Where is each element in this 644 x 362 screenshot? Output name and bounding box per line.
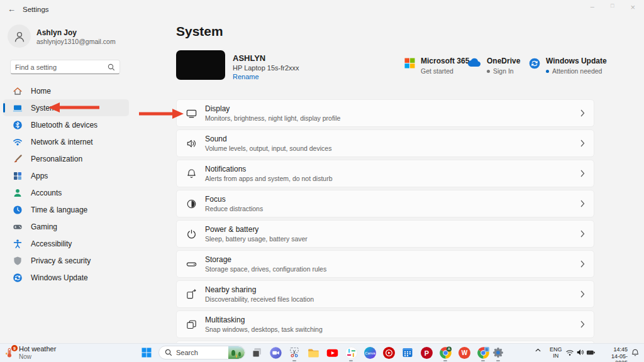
window-controls: – □ × bbox=[591, 3, 635, 12]
setting-row-subtitle: Storage space, drives, configuration rul… bbox=[205, 265, 326, 273]
taskbar-app-wps-office[interactable]: W bbox=[457, 346, 471, 359]
microsoft-365-icon bbox=[404, 58, 415, 75]
calendar bbox=[401, 346, 414, 359]
tray-date: 14-05-2025 bbox=[599, 353, 628, 362]
taskbar-app-slack[interactable] bbox=[344, 346, 358, 359]
taskbar-app-calendar[interactable] bbox=[401, 346, 414, 359]
sidebar-item-windows-update[interactable]: Windows Update bbox=[3, 269, 129, 286]
svg-text:A: A bbox=[448, 347, 450, 351]
chevron-right-icon bbox=[580, 140, 585, 147]
setting-row-storage[interactable]: StorageStorage space, drives, configurat… bbox=[176, 250, 594, 278]
maximize-button[interactable]: □ bbox=[611, 3, 614, 12]
slack bbox=[345, 346, 358, 359]
status-card-title: Windows Update bbox=[546, 57, 607, 65]
setting-row-display[interactable]: DisplayMonitors, brightness, night light… bbox=[176, 99, 594, 127]
status-card-microsoft-365[interactable]: Microsoft 365Get started bbox=[404, 57, 469, 75]
chevron-right-icon bbox=[580, 260, 585, 268]
tray-region: IN bbox=[550, 353, 562, 359]
status-card-subtitle: Attention needed bbox=[552, 67, 602, 75]
chrome-profile-a: A bbox=[439, 346, 452, 359]
titlebar: ← Settings – □ × bbox=[0, 0, 644, 19]
sidebar-item-time-language[interactable]: Time & language bbox=[3, 201, 129, 218]
tray-notifications[interactable] bbox=[631, 348, 640, 357]
tray-volume[interactable] bbox=[576, 348, 585, 356]
taskbar-app-canva[interactable]: Canva bbox=[363, 346, 377, 359]
setting-row-power-battery[interactable]: Power & batterySleep, battery usage, bat… bbox=[176, 220, 594, 248]
find-a-setting-search[interactable] bbox=[10, 60, 120, 74]
wifi-icon bbox=[565, 349, 574, 356]
profile-area[interactable] bbox=[8, 25, 31, 48]
sidebar-item-personalization[interactable]: Personalization bbox=[3, 150, 129, 167]
taskbar-app-youtube-music[interactable] bbox=[382, 346, 396, 359]
setting-row-notifications[interactable]: NotificationsAlerts from apps and system… bbox=[176, 160, 594, 187]
system-icon bbox=[13, 103, 23, 113]
status-card-subtitle: Sign In bbox=[493, 67, 514, 75]
status-dot bbox=[546, 70, 549, 73]
sidebar-item-label: Windows Update bbox=[31, 273, 88, 282]
rename-link[interactable]: Rename bbox=[233, 73, 259, 80]
sidebar-item-privacy-security[interactable]: Privacy & security bbox=[3, 252, 129, 269]
sidebar-item-label: Apps bbox=[31, 172, 48, 180]
sidebar-item-network-internet[interactable]: Network & internet bbox=[3, 133, 129, 150]
sidebar-item-gaming[interactable]: Gaming bbox=[3, 218, 129, 235]
setting-row-subtitle: Alerts from apps and system, do not dist… bbox=[205, 175, 333, 182]
tray-show-hidden-icons[interactable] bbox=[535, 348, 541, 353]
tray-clock[interactable]: 14:45 14-05-2025 bbox=[599, 346, 628, 362]
setting-row-subtitle: Sleep, battery usage, battery saver bbox=[205, 235, 308, 243]
minimize-button[interactable]: – bbox=[591, 3, 594, 12]
taskbar-app-task-view[interactable] bbox=[250, 346, 264, 359]
sidebar-item-home[interactable]: Home bbox=[3, 82, 129, 99]
profile-name: Ashlyn Joy bbox=[36, 28, 77, 37]
taskbar-search[interactable]: Search bbox=[158, 346, 245, 359]
taskbar-app-file-explorer[interactable] bbox=[306, 346, 320, 359]
nearby-sharing-icon bbox=[186, 288, 197, 300]
privacy-icon bbox=[13, 256, 23, 266]
desktop: { "titlebar": { "title": "Settings", "ba… bbox=[0, 0, 644, 362]
apps-icon bbox=[13, 171, 23, 181]
weather-badge: 9 bbox=[11, 345, 18, 351]
settings-gear bbox=[492, 346, 504, 359]
weather-widget[interactable]: 9 Hot weather Now bbox=[4, 345, 56, 360]
tray-network[interactable] bbox=[565, 349, 574, 356]
tray-battery[interactable] bbox=[586, 349, 596, 356]
running-indicator bbox=[349, 360, 353, 362]
setting-row-focus[interactable]: FocusReduce distractions bbox=[176, 190, 594, 217]
setting-row-title: Display bbox=[205, 104, 340, 113]
setting-row-title: Focus bbox=[205, 195, 263, 204]
sidebar-item-accessibility[interactable]: Accessibility bbox=[3, 235, 129, 252]
sidebar-item-apps[interactable]: Apps bbox=[3, 167, 129, 184]
sidebar-item-accounts[interactable]: Accounts bbox=[3, 184, 129, 201]
gaming-icon bbox=[13, 222, 23, 232]
taskbar bbox=[0, 343, 644, 362]
start-button[interactable] bbox=[140, 346, 153, 359]
taskbar-app-chat[interactable] bbox=[269, 346, 282, 359]
taskbar-app-chrome-profile-a[interactable]: A bbox=[438, 346, 452, 359]
search-input[interactable] bbox=[15, 63, 108, 71]
sidebar-item-bluetooth-devices[interactable]: Bluetooth & devices bbox=[3, 116, 129, 133]
setting-row-sound[interactable]: SoundVolume levels, output, input, sound… bbox=[176, 129, 594, 157]
sidebar-item-label: Gaming bbox=[31, 222, 57, 231]
taskbar-app-youtube[interactable] bbox=[325, 346, 339, 359]
sidebar-item-system[interactable]: System bbox=[3, 99, 129, 116]
setting-row-nearby-sharing[interactable]: Nearby sharingDiscoverability, received … bbox=[176, 280, 594, 308]
taskbar-app-snipping-tool[interactable] bbox=[287, 346, 301, 359]
tray-language-switcher[interactable]: ENG IN bbox=[550, 346, 562, 359]
status-card-windows-update[interactable]: Windows UpdateAttention needed bbox=[529, 57, 607, 75]
display-icon bbox=[186, 107, 197, 119]
taskbar-app-pinterest[interactable]: P bbox=[419, 346, 433, 359]
taskbar-app-settings-gear[interactable] bbox=[491, 346, 505, 359]
focus-icon bbox=[186, 198, 197, 210]
sound-icon bbox=[186, 138, 197, 150]
snipping-tool bbox=[288, 346, 301, 359]
weather-title: Hot weather bbox=[19, 345, 56, 353]
setting-row-subtitle: Snap windows, desktops, task switching bbox=[205, 326, 323, 333]
window-title: Settings bbox=[23, 6, 49, 13]
page-title: System bbox=[176, 24, 223, 39]
back-button[interactable]: ← bbox=[8, 4, 16, 14]
setting-row-multitasking[interactable]: MultitaskingSnap windows, desktops, task… bbox=[176, 310, 594, 338]
close-button[interactable]: × bbox=[630, 3, 635, 12]
status-card-onedrive[interactable]: OneDriveSign In bbox=[467, 57, 520, 75]
taskbar-app-chrome-profile-b[interactable]: B bbox=[476, 346, 490, 359]
sidebar-nav: HomeSystemBluetooth & devicesNetwork & i… bbox=[3, 82, 129, 286]
status-card-subtitle: Get started bbox=[421, 67, 453, 75]
